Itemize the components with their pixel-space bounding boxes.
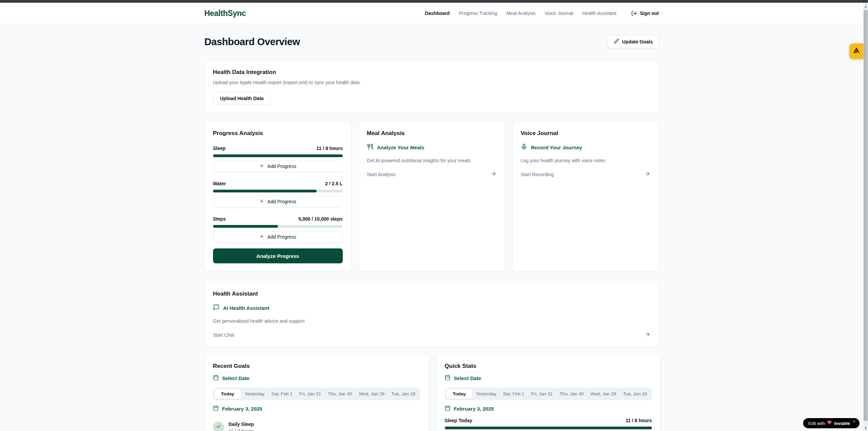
stat-value: 11 / 8 hours bbox=[626, 418, 652, 423]
recent-goals-date-tabs: Today Yesterday Sat, Feb 1 Fri, Jan 31 T… bbox=[213, 388, 420, 400]
integration-description: Upload your Apple Health export (export.… bbox=[213, 80, 651, 85]
analyze-your-meals-link[interactable]: Analyze Your Meals bbox=[367, 144, 497, 151]
tab-sat-feb-1[interactable]: Sat, Feb 1 bbox=[500, 389, 528, 399]
tab-wed-jan-29[interactable]: Wed, Jan 29 bbox=[587, 389, 620, 399]
tab-tue-jan-28[interactable]: Tue, Jan 28 bbox=[388, 389, 419, 399]
sign-out-label: Sign out bbox=[640, 11, 659, 16]
tab-sat-feb-1[interactable]: Sat, Feb 1 bbox=[268, 389, 296, 399]
tab-wed-jan-29[interactable]: Wed, Jan 29 bbox=[355, 389, 388, 399]
health-assistant-title: Health Assistant bbox=[213, 291, 651, 297]
analyze-progress-button[interactable]: Analyze Progress bbox=[213, 248, 343, 263]
tab-yesterday[interactable]: Yesterday bbox=[473, 389, 500, 399]
pencil-icon bbox=[614, 39, 619, 45]
goal-value: 11 / 8 hours bbox=[229, 428, 254, 431]
health-data-integration-card: Health Data Integration Upload your Appl… bbox=[205, 60, 659, 113]
calendar-icon bbox=[445, 375, 450, 381]
metric-value: 5,000 / 10,000 steps bbox=[299, 216, 343, 222]
sign-out-button[interactable]: Sign out bbox=[631, 11, 659, 16]
quick-stats-date-tabs: Today Yesterday Sat, Feb 1 Fri, Jan 31 T… bbox=[445, 388, 652, 400]
quick-stats-select-date[interactable]: Select Date bbox=[445, 375, 652, 381]
voice-journal-card: Voice Journal Record Your Journey Log yo… bbox=[512, 121, 659, 272]
metric-steps: Steps 5,000 / 10,000 steps Add Progress bbox=[213, 216, 343, 243]
goal-item-daily-sleep: Daily Sleep 11 / 8 hours bbox=[213, 421, 420, 431]
main-nav: Dashboard Progress Tracking Meal Analysi… bbox=[425, 11, 659, 16]
health-assistant-card: Health Assistant AI Health Assistant Get… bbox=[205, 282, 659, 347]
mic-icon bbox=[521, 144, 527, 151]
calendar-icon bbox=[213, 375, 219, 381]
record-your-journey-link[interactable]: Record Your Journey bbox=[521, 144, 651, 151]
metric-label: Water bbox=[213, 181, 226, 186]
calendar-icon bbox=[213, 405, 219, 412]
app-logo: HealthSync bbox=[205, 9, 246, 18]
tab-thu-jan-30[interactable]: Thu, Jan 30 bbox=[556, 389, 587, 399]
tab-thu-jan-30[interactable]: Thu, Jan 30 bbox=[324, 389, 355, 399]
metric-value: 2 / 2.5 L bbox=[325, 181, 342, 186]
nav-health-assistant[interactable]: Health Assistant bbox=[582, 11, 616, 16]
add-progress-button-sleep[interactable]: Add Progress bbox=[213, 161, 343, 172]
update-goals-button[interactable]: Update Goals bbox=[608, 35, 659, 49]
quick-stats-card: Quick Stats Select Date Today Yesterday … bbox=[436, 354, 660, 431]
quick-stats-title: Quick Stats bbox=[445, 363, 652, 370]
nav-progress-tracking[interactable]: Progress Tracking bbox=[459, 11, 497, 16]
tab-today[interactable]: Today bbox=[446, 389, 473, 399]
recent-goals-select-date[interactable]: Select Date bbox=[213, 375, 420, 381]
ai-health-assistant-link[interactable]: AI Health Assistant bbox=[213, 304, 651, 312]
progress-bar-steps bbox=[213, 225, 343, 228]
top-navbar: HealthSync Dashboard Progress Tracking M… bbox=[0, 3, 863, 24]
utensils-icon bbox=[367, 144, 373, 151]
check-icon bbox=[216, 424, 221, 430]
start-chat-link[interactable]: Start Chat bbox=[213, 331, 651, 338]
voice-journal-title: Voice Journal bbox=[521, 130, 651, 137]
plus-icon bbox=[259, 163, 264, 169]
metric-label: Steps bbox=[213, 216, 226, 222]
vertical-scrollbar[interactable]: ▲ ▼ bbox=[863, 0, 868, 431]
goal-completed-badge bbox=[213, 421, 224, 431]
arrow-right-icon bbox=[644, 331, 651, 338]
nav-dashboard[interactable]: Dashboard bbox=[425, 11, 450, 16]
plus-icon bbox=[259, 234, 264, 240]
gradient-heart-icon bbox=[827, 420, 832, 426]
meal-analysis-title: Meal Analysis bbox=[367, 130, 497, 137]
tab-fri-jan-31[interactable]: Fri, Jan 31 bbox=[528, 389, 556, 399]
metric-sleep: Sleep 11 / 8 hours Add Progress bbox=[213, 146, 343, 172]
add-progress-button-water[interactable]: Add Progress bbox=[213, 196, 343, 207]
side-extension-badge[interactable] bbox=[849, 43, 863, 59]
recent-goals-current-date[interactable]: February 3, 2025 bbox=[213, 405, 420, 412]
start-analysis-link[interactable]: Start Analysis bbox=[367, 171, 497, 178]
log-out-icon bbox=[631, 11, 637, 16]
quick-stats-current-date[interactable]: February 3, 2025 bbox=[445, 405, 652, 412]
page-title: Dashboard Overview bbox=[205, 36, 300, 48]
arrow-right-icon bbox=[491, 171, 497, 178]
metric-water: Water 2 / 2.5 L Add Progress bbox=[213, 181, 343, 207]
meal-analysis-card: Meal Analysis Analyze Your Meals Get AI-… bbox=[358, 121, 505, 272]
upload-health-data-button[interactable]: Upload Health Data bbox=[213, 92, 271, 105]
close-icon[interactable]: × bbox=[853, 419, 855, 424]
chat-bubble-icon bbox=[213, 304, 219, 312]
scroll-up-arrow-icon[interactable]: ▲ bbox=[863, 4, 868, 9]
plus-icon bbox=[259, 199, 264, 205]
tab-yesterday[interactable]: Yesterday bbox=[241, 389, 268, 399]
progress-analysis-title: Progress Analysis bbox=[213, 130, 343, 137]
progress-analysis-card: Progress Analysis Sleep 11 / 8 hours Add… bbox=[205, 121, 351, 272]
tab-fri-jan-31[interactable]: Fri, Jan 31 bbox=[296, 389, 324, 399]
metric-label: Sleep bbox=[213, 146, 226, 151]
health-assistant-description: Get personalized health advice and suppo… bbox=[213, 318, 651, 324]
calendar-icon bbox=[445, 405, 450, 412]
scroll-down-arrow-icon[interactable]: ▼ bbox=[863, 426, 868, 430]
stat-label: Sleep Today bbox=[445, 418, 472, 423]
nav-meal-analysis[interactable]: Meal Analysis bbox=[506, 11, 535, 16]
arrow-right-icon bbox=[644, 171, 651, 178]
progress-bar-sleep bbox=[213, 154, 343, 157]
add-progress-button-steps[interactable]: Add Progress bbox=[213, 231, 343, 243]
tab-today[interactable]: Today bbox=[214, 389, 241, 399]
scrollbar-thumb[interactable] bbox=[864, 10, 868, 421]
meal-analysis-description: Get AI-powered nutritional insights for … bbox=[367, 158, 497, 163]
recent-goals-title: Recent Goals bbox=[213, 363, 420, 370]
recent-goals-card: Recent Goals Select Date Today Yesterday… bbox=[205, 354, 429, 431]
nav-voice-journal[interactable]: Voice Journal bbox=[545, 11, 573, 16]
start-recording-link[interactable]: Start Recording bbox=[521, 171, 651, 178]
edit-with-lovable-badge[interactable]: Edit with lovable × bbox=[803, 418, 860, 428]
tab-tue-jan-28[interactable]: Tue, Jan 28 bbox=[620, 389, 651, 399]
integration-title: Health Data Integration bbox=[213, 69, 651, 76]
goal-name: Daily Sleep bbox=[229, 421, 254, 427]
